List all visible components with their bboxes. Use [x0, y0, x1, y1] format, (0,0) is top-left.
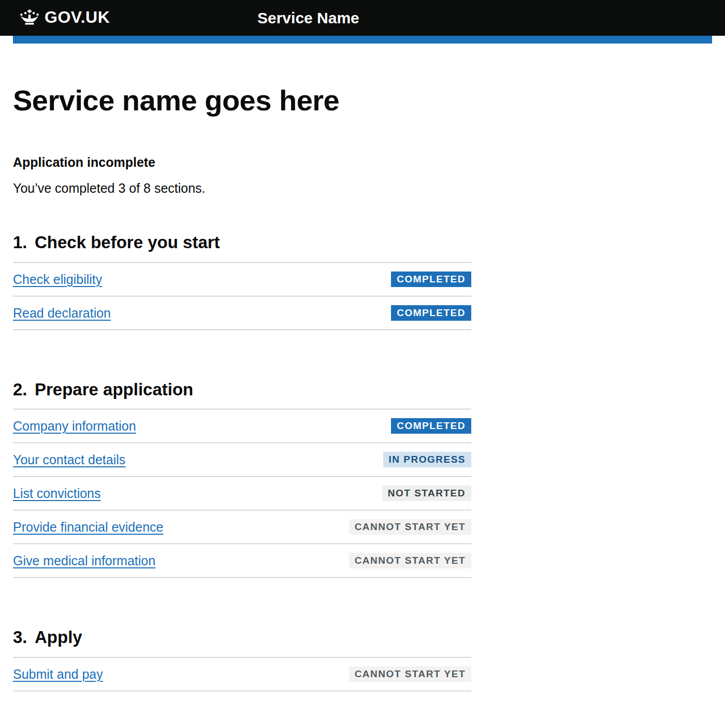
service-name-link[interactable]: Service Name	[257, 9, 359, 26]
status-tag: CANNOT START YET	[349, 519, 471, 535]
page-title: Service name goes here	[13, 84, 471, 117]
govuk-header: GOV.UK Service Name	[0, 0, 725, 36]
task-link[interactable]: Provide financial evidence	[13, 519, 163, 535]
task-sections: 1. Check before you start Check eligibil…	[13, 232, 471, 691]
task-row: List convictions NOT STARTED	[13, 477, 471, 510]
application-status-heading: Application incomplete	[13, 155, 471, 170]
status-tag: CANNOT START YET	[349, 553, 471, 568]
crown-icon	[20, 9, 39, 25]
status-tag: COMPLETED	[391, 272, 471, 287]
task-section: 1. Check before you start Check eligibil…	[13, 232, 471, 330]
section-number: 1.	[13, 232, 35, 253]
task-row: Company information COMPLETED	[13, 409, 471, 443]
task-list: Check eligibility COMPLETED Read declara…	[13, 262, 471, 330]
task-link[interactable]: List convictions	[13, 486, 101, 501]
section-number: 3.	[13, 627, 35, 648]
task-link[interactable]: Submit and pay	[13, 666, 103, 682]
govuk-home-link[interactable]: GOV.UK	[20, 9, 110, 25]
status-tag: COMPLETED	[391, 418, 471, 434]
header-logo-section: GOV.UK	[13, 9, 246, 27]
status-tag: COMPLETED	[391, 305, 471, 321]
task-row: Your contact details IN PROGRESS	[13, 443, 471, 477]
task-row: Give medical information CANNOT START YE…	[13, 544, 471, 578]
task-row: Read declaration COMPLETED	[13, 296, 471, 330]
header-content-section: Service Name	[246, 10, 712, 26]
task-link[interactable]: Give medical information	[13, 553, 155, 568]
task-link[interactable]: Check eligibility	[13, 272, 102, 287]
section-number: 2.	[13, 379, 35, 400]
status-tag: NOT STARTED	[382, 486, 471, 501]
section-heading: 3. Apply	[13, 627, 471, 648]
task-section: 2. Prepare application Company informati…	[13, 379, 471, 578]
status-tag: IN PROGRESS	[383, 452, 471, 467]
section-title: Apply	[35, 627, 82, 648]
section-title: Prepare application	[35, 379, 193, 400]
status-tag: CANNOT START YET	[349, 666, 471, 682]
task-link[interactable]: Company information	[13, 418, 136, 434]
task-section: 3. Apply Submit and pay CANNOT START YET	[13, 627, 471, 691]
section-heading: 1. Check before you start	[13, 232, 471, 253]
task-row: Submit and pay CANNOT START YET	[13, 658, 471, 691]
section-title: Check before you start	[35, 232, 220, 253]
task-row: Provide financial evidence CANNOT START …	[13, 510, 471, 544]
task-list: Company information COMPLETED Your conta…	[13, 409, 471, 578]
section-heading: 2. Prepare application	[13, 379, 471, 400]
govuk-logotype: GOV.UK	[45, 9, 110, 25]
task-list: Submit and pay CANNOT START YET	[13, 657, 471, 691]
sections-completed-text: You’ve completed 3 of 8 sections.	[13, 181, 471, 196]
task-link[interactable]: Your contact details	[13, 452, 125, 467]
task-row: Check eligibility COMPLETED	[13, 263, 471, 296]
main-content: Service name goes here Application incom…	[13, 84, 471, 691]
task-link[interactable]: Read declaration	[13, 305, 111, 321]
header-accent-bar	[13, 36, 712, 44]
header-container: GOV.UK Service Name	[13, 9, 712, 27]
